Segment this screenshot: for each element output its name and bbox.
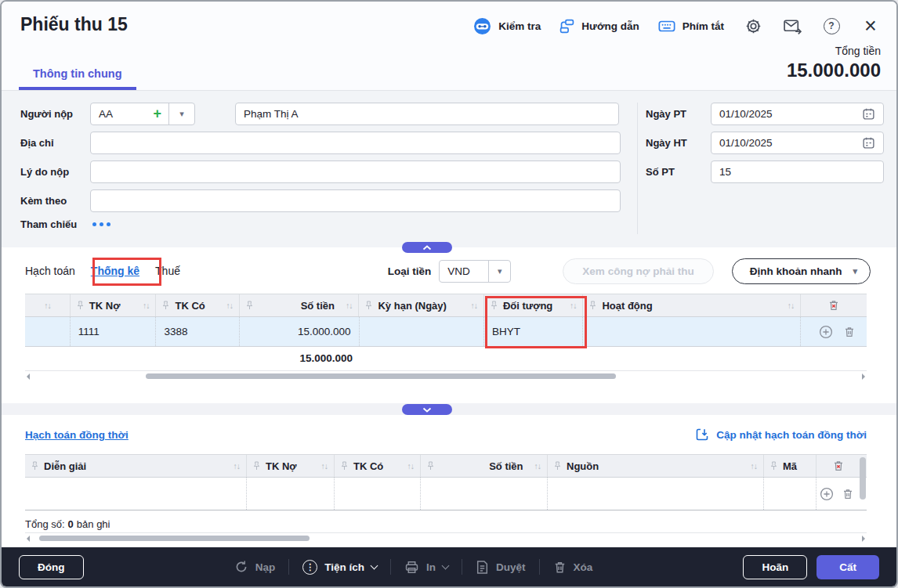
collapse-up-button[interactable]: [402, 242, 452, 253]
pin-icon[interactable]: [770, 461, 777, 471]
settings-button[interactable]: [743, 16, 763, 36]
activity-cell[interactable]: [583, 317, 801, 346]
tab-accounting[interactable]: Hạch toán: [25, 265, 75, 277]
column-description[interactable]: Diễn giải ↑↓: [25, 455, 247, 477]
amount-cell[interactable]: [421, 478, 548, 510]
tab-tax[interactable]: Thuế: [155, 265, 180, 277]
pin-icon[interactable]: [427, 461, 434, 471]
sort-icon[interactable]: ↑↓: [234, 461, 241, 471]
calendar-icon[interactable]: [862, 136, 875, 150]
column-amount[interactable]: Số tiền ↑↓: [240, 294, 359, 316]
scrollbar-thumb[interactable]: [860, 457, 866, 500]
object-cell[interactable]: BHYT: [484, 317, 584, 346]
column-code[interactable]: Mã: [764, 455, 817, 477]
sort-icon[interactable]: ↑↓: [570, 301, 577, 310]
guide-button[interactable]: Hướng dẫn: [559, 19, 639, 34]
receipt-date-field[interactable]: 01/10/2025: [711, 103, 884, 125]
column-amount[interactable]: Số tiền ↑↓: [421, 455, 548, 477]
scroll-left-icon[interactable]: [27, 536, 30, 542]
payer-code-combo[interactable]: AA + ▾: [90, 103, 195, 125]
sort-icon[interactable]: ↑↓: [143, 301, 150, 310]
delete-all-icon[interactable]: [827, 299, 840, 312]
delete-button[interactable]: Xóa: [553, 561, 593, 574]
source-cell[interactable]: [548, 478, 764, 510]
delete-row-icon[interactable]: [843, 326, 856, 338]
column-activity[interactable]: Hoạt động ↑↓: [583, 294, 801, 316]
scroll-right-icon[interactable]: [862, 373, 865, 380]
reason-field[interactable]: [90, 161, 621, 183]
sort-icon[interactable]: ↑↓: [346, 301, 353, 310]
pin-icon[interactable]: [589, 301, 596, 310]
pin-icon[interactable]: [491, 301, 498, 310]
tab-general-info[interactable]: Thông tin chung: [19, 67, 136, 90]
print-button[interactable]: In: [404, 560, 448, 575]
currency-select[interactable]: VND ▾: [439, 260, 511, 283]
send-mail-button[interactable]: [782, 16, 802, 36]
delete-row-icon[interactable]: [842, 488, 854, 500]
sort-icon[interactable]: ↑↓: [788, 301, 795, 310]
pin-icon[interactable]: [365, 301, 372, 310]
empty-table-row[interactable]: [25, 478, 867, 510]
postpone-button[interactable]: Hoãn: [743, 555, 807, 579]
column-credit[interactable]: TK Có ↑↓: [335, 455, 421, 477]
close-window-button[interactable]: Đóng: [19, 555, 84, 579]
credit-cell[interactable]: 3388: [156, 317, 240, 346]
sort-icon[interactable]: ↑↓: [751, 461, 758, 471]
table-row[interactable]: 1111 3388 15.000.000 BHYT: [25, 317, 867, 347]
save-button[interactable]: Cất: [817, 555, 879, 579]
add-row-icon[interactable]: [820, 487, 834, 501]
amount-cell[interactable]: 15.000.000: [240, 317, 359, 346]
credit-cell[interactable]: [335, 478, 421, 510]
pin-icon[interactable]: [554, 461, 561, 471]
scroll-right-icon[interactable]: [862, 536, 865, 542]
address-field[interactable]: [90, 132, 621, 154]
collapse-down-button[interactable]: [402, 404, 452, 415]
utilities-button[interactable]: ⋮ Tiện ích: [302, 560, 377, 575]
tab-statistics[interactable]: Thống kê: [91, 265, 139, 277]
description-cell[interactable]: [25, 478, 247, 510]
column-credit[interactable]: TK Có ↑↓: [156, 294, 240, 316]
posting-date-field[interactable]: 01/10/2025: [711, 132, 884, 154]
currency-dropdown-button[interactable]: ▾: [488, 261, 510, 282]
update-simultaneous-link[interactable]: Cập nhật hạch toán đồng thời: [695, 427, 867, 442]
pin-icon[interactable]: [246, 301, 253, 310]
receipt-no-field[interactable]: 15: [711, 161, 884, 183]
simultaneous-vscrollbar[interactable]: [859, 456, 867, 509]
pin-icon[interactable]: [341, 461, 348, 471]
scrollbar-thumb[interactable]: [146, 373, 616, 379]
reference-more-icon[interactable]: [92, 222, 110, 226]
scroll-left-icon[interactable]: [27, 373, 30, 380]
close-button[interactable]: ×: [860, 16, 881, 36]
simultaneous-title-link[interactable]: Hạch toán đồng thời: [25, 429, 129, 441]
code-cell[interactable]: [764, 478, 817, 510]
pin-icon[interactable]: [77, 301, 84, 310]
pin-icon[interactable]: [253, 461, 260, 471]
payer-name-field[interactable]: Phạm Thị A: [235, 103, 619, 125]
payer-dropdown-button[interactable]: ▾: [168, 103, 194, 124]
column-source[interactable]: Nguồn ↑↓: [548, 455, 764, 477]
accounting-hscrollbar[interactable]: [25, 370, 867, 380]
debit-cell[interactable]: 1111: [71, 317, 157, 346]
column-term[interactable]: Kỳ hạn (Ngày) ↑↓: [359, 294, 483, 316]
pin-icon[interactable]: [31, 461, 38, 471]
quick-entry-button[interactable]: Định khoản nhanh ▾: [732, 258, 871, 284]
scrollbar-thumb[interactable]: [39, 536, 310, 541]
sort-icon[interactable]: ↑↓: [321, 461, 328, 471]
reload-button[interactable]: Nạp: [234, 560, 276, 574]
column-object[interactable]: Đối tượng ↑↓: [484, 294, 584, 316]
column-debit[interactable]: TK Nợ ↑↓: [71, 294, 157, 316]
pin-icon[interactable]: [162, 301, 169, 310]
column-debit[interactable]: TK Nợ ↑↓: [247, 455, 335, 477]
debit-cell[interactable]: [247, 478, 335, 510]
sort-icon[interactable]: ↑↓: [470, 301, 477, 310]
sort-icon[interactable]: ↑↓: [407, 461, 415, 471]
approve-button[interactable]: Duyệt: [476, 560, 526, 575]
delete-all-icon[interactable]: [832, 460, 845, 472]
sort-icon[interactable]: ↑↓: [44, 301, 51, 310]
add-payer-icon[interactable]: +: [153, 106, 168, 122]
add-row-icon[interactable]: [819, 325, 833, 339]
attachment-field[interactable]: [90, 189, 621, 212]
simultaneous-hscrollbar[interactable]: [25, 532, 867, 542]
shortcut-button[interactable]: Phím tắt: [658, 20, 724, 32]
sort-icon[interactable]: ↑↓: [534, 461, 541, 471]
